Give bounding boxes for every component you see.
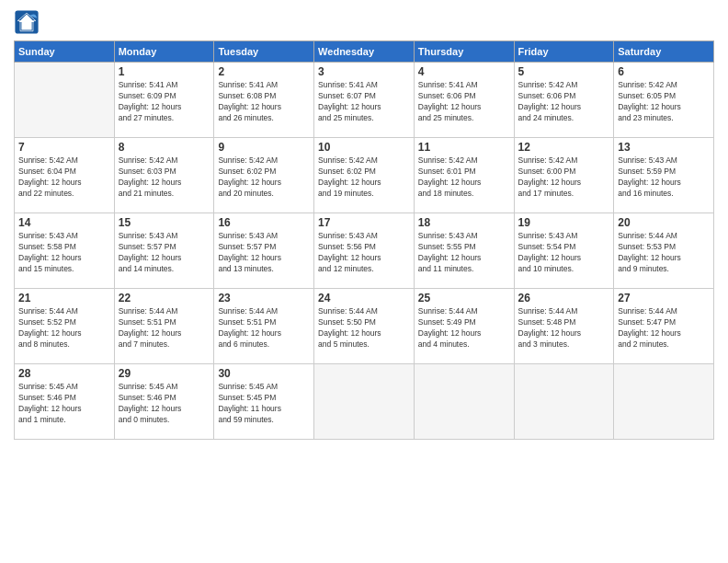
calendar-cell: 6Sunrise: 5:42 AM Sunset: 6:05 PM Daylig… xyxy=(614,63,714,138)
day-number: 30 xyxy=(218,367,310,380)
calendar-cell: 28Sunrise: 5:45 AM Sunset: 5:46 PM Dayli… xyxy=(15,364,115,440)
calendar-cell: 11Sunrise: 5:42 AM Sunset: 6:01 PM Dayli… xyxy=(414,138,514,213)
day-info: Sunrise: 5:44 AM Sunset: 5:51 PM Dayligh… xyxy=(218,306,310,350)
calendar-cell: 5Sunrise: 5:42 AM Sunset: 6:06 PM Daylig… xyxy=(514,63,614,138)
day-info: Sunrise: 5:43 AM Sunset: 5:54 PM Dayligh… xyxy=(518,231,610,275)
calendar-header-tuesday: Tuesday xyxy=(214,41,314,63)
calendar-cell: 1Sunrise: 5:41 AM Sunset: 6:09 PM Daylig… xyxy=(114,63,214,138)
day-info: Sunrise: 5:42 AM Sunset: 6:01 PM Dayligh… xyxy=(418,155,510,200)
calendar-cell: 14Sunrise: 5:43 AM Sunset: 5:58 PM Dayli… xyxy=(15,213,115,289)
calendar-cell: 18Sunrise: 5:43 AM Sunset: 5:55 PM Dayli… xyxy=(414,213,514,289)
day-info: Sunrise: 5:45 AM Sunset: 5:46 PM Dayligh… xyxy=(119,382,210,426)
calendar-cell: 17Sunrise: 5:43 AM Sunset: 5:56 PM Dayli… xyxy=(314,213,415,289)
calendar-cell: 9Sunrise: 5:42 AM Sunset: 6:02 PM Daylig… xyxy=(214,138,314,213)
calendar-header-thursday: Thursday xyxy=(414,41,514,63)
calendar-cell xyxy=(314,364,415,440)
day-info: Sunrise: 5:44 AM Sunset: 5:51 PM Dayligh… xyxy=(119,306,210,350)
day-number: 9 xyxy=(218,141,310,154)
day-number: 28 xyxy=(18,367,110,380)
calendar-cell: 8Sunrise: 5:42 AM Sunset: 6:03 PM Daylig… xyxy=(114,138,214,213)
day-info: Sunrise: 5:44 AM Sunset: 5:52 PM Dayligh… xyxy=(18,306,110,350)
day-number: 14 xyxy=(18,216,110,229)
calendar-header-saturday: Saturday xyxy=(614,41,714,63)
day-number: 10 xyxy=(318,141,410,154)
calendar-cell: 3Sunrise: 5:41 AM Sunset: 6:07 PM Daylig… xyxy=(314,63,415,138)
calendar-cell: 29Sunrise: 5:45 AM Sunset: 5:46 PM Dayli… xyxy=(114,364,214,440)
day-info: Sunrise: 5:44 AM Sunset: 5:49 PM Dayligh… xyxy=(418,306,510,350)
day-info: Sunrise: 5:42 AM Sunset: 6:03 PM Dayligh… xyxy=(119,155,210,200)
calendar-cell: 15Sunrise: 5:43 AM Sunset: 5:57 PM Dayli… xyxy=(114,213,214,289)
day-number: 23 xyxy=(218,292,310,304)
day-info: Sunrise: 5:43 AM Sunset: 5:58 PM Dayligh… xyxy=(18,231,110,275)
calendar-cell: 13Sunrise: 5:43 AM Sunset: 5:59 PM Dayli… xyxy=(614,138,714,213)
day-info: Sunrise: 5:41 AM Sunset: 6:08 PM Dayligh… xyxy=(218,80,310,124)
page: SundayMondayTuesdayWednesdayThursdayFrid… xyxy=(0,0,728,563)
calendar-week-row-3: 14Sunrise: 5:43 AM Sunset: 5:58 PM Dayli… xyxy=(15,213,714,289)
day-number: 5 xyxy=(518,65,610,78)
day-info: Sunrise: 5:41 AM Sunset: 6:09 PM Dayligh… xyxy=(119,80,210,124)
day-number: 27 xyxy=(618,292,710,304)
day-number: 21 xyxy=(18,292,110,304)
day-info: Sunrise: 5:42 AM Sunset: 6:06 PM Dayligh… xyxy=(518,80,610,124)
day-info: Sunrise: 5:43 AM Sunset: 5:57 PM Dayligh… xyxy=(218,231,310,275)
calendar-cell xyxy=(414,364,514,440)
day-info: Sunrise: 5:42 AM Sunset: 6:00 PM Dayligh… xyxy=(518,155,610,200)
day-number: 20 xyxy=(618,216,710,229)
calendar-week-row-1: 1Sunrise: 5:41 AM Sunset: 6:09 PM Daylig… xyxy=(15,63,714,138)
calendar-week-row-5: 28Sunrise: 5:45 AM Sunset: 5:46 PM Dayli… xyxy=(15,364,714,440)
day-info: Sunrise: 5:43 AM Sunset: 5:55 PM Dayligh… xyxy=(418,231,510,275)
day-number: 29 xyxy=(119,367,210,380)
day-info: Sunrise: 5:42 AM Sunset: 6:02 PM Dayligh… xyxy=(318,155,410,200)
calendar-header-friday: Friday xyxy=(514,41,614,63)
day-info: Sunrise: 5:42 AM Sunset: 6:05 PM Dayligh… xyxy=(618,80,710,124)
calendar-cell xyxy=(514,364,614,440)
day-info: Sunrise: 5:44 AM Sunset: 5:48 PM Dayligh… xyxy=(518,306,610,350)
day-number: 16 xyxy=(218,216,310,229)
day-number: 4 xyxy=(418,65,510,78)
day-info: Sunrise: 5:44 AM Sunset: 5:50 PM Dayligh… xyxy=(318,306,410,350)
calendar-cell: 23Sunrise: 5:44 AM Sunset: 5:51 PM Dayli… xyxy=(214,289,314,364)
day-info: Sunrise: 5:44 AM Sunset: 5:53 PM Dayligh… xyxy=(618,231,710,275)
calendar-header-monday: Monday xyxy=(114,41,214,63)
calendar-cell: 12Sunrise: 5:42 AM Sunset: 6:00 PM Dayli… xyxy=(514,138,614,213)
day-number: 12 xyxy=(518,141,610,154)
day-info: Sunrise: 5:43 AM Sunset: 5:56 PM Dayligh… xyxy=(318,231,410,275)
day-number: 8 xyxy=(119,141,210,154)
day-info: Sunrise: 5:43 AM Sunset: 5:57 PM Dayligh… xyxy=(119,231,210,275)
day-number: 6 xyxy=(618,65,710,78)
calendar-cell: 7Sunrise: 5:42 AM Sunset: 6:04 PM Daylig… xyxy=(15,138,115,213)
day-number: 25 xyxy=(418,292,510,304)
day-info: Sunrise: 5:41 AM Sunset: 6:07 PM Dayligh… xyxy=(318,80,410,124)
calendar-cell: 2Sunrise: 5:41 AM Sunset: 6:08 PM Daylig… xyxy=(214,63,314,138)
day-info: Sunrise: 5:45 AM Sunset: 5:45 PM Dayligh… xyxy=(218,382,310,426)
day-number: 11 xyxy=(418,141,510,154)
calendar: SundayMondayTuesdayWednesdayThursdayFrid… xyxy=(14,40,714,440)
calendar-cell: 19Sunrise: 5:43 AM Sunset: 5:54 PM Dayli… xyxy=(514,213,614,289)
calendar-cell: 20Sunrise: 5:44 AM Sunset: 5:53 PM Dayli… xyxy=(614,213,714,289)
day-number: 2 xyxy=(218,65,310,78)
day-info: Sunrise: 5:45 AM Sunset: 5:46 PM Dayligh… xyxy=(18,382,110,426)
day-number: 1 xyxy=(119,65,210,78)
header xyxy=(14,9,714,35)
calendar-cell: 24Sunrise: 5:44 AM Sunset: 5:50 PM Dayli… xyxy=(314,289,415,364)
day-info: Sunrise: 5:42 AM Sunset: 6:02 PM Dayligh… xyxy=(218,155,310,200)
logo-icon xyxy=(14,9,40,35)
day-info: Sunrise: 5:44 AM Sunset: 5:47 PM Dayligh… xyxy=(618,306,710,350)
day-number: 22 xyxy=(119,292,210,304)
calendar-cell: 4Sunrise: 5:41 AM Sunset: 6:06 PM Daylig… xyxy=(414,63,514,138)
calendar-cell: 30Sunrise: 5:45 AM Sunset: 5:45 PM Dayli… xyxy=(214,364,314,440)
calendar-cell: 25Sunrise: 5:44 AM Sunset: 5:49 PM Dayli… xyxy=(414,289,514,364)
calendar-cell: 21Sunrise: 5:44 AM Sunset: 5:52 PM Dayli… xyxy=(15,289,115,364)
day-number: 18 xyxy=(418,216,510,229)
calendar-cell: 26Sunrise: 5:44 AM Sunset: 5:48 PM Dayli… xyxy=(514,289,614,364)
calendar-week-row-2: 7Sunrise: 5:42 AM Sunset: 6:04 PM Daylig… xyxy=(15,138,714,213)
calendar-cell: 10Sunrise: 5:42 AM Sunset: 6:02 PM Dayli… xyxy=(314,138,415,213)
day-info: Sunrise: 5:43 AM Sunset: 5:59 PM Dayligh… xyxy=(618,155,710,200)
day-info: Sunrise: 5:41 AM Sunset: 6:06 PM Dayligh… xyxy=(418,80,510,124)
calendar-header-wednesday: Wednesday xyxy=(314,41,415,63)
logo xyxy=(14,9,41,35)
calendar-week-row-4: 21Sunrise: 5:44 AM Sunset: 5:52 PM Dayli… xyxy=(15,289,714,364)
day-number: 7 xyxy=(18,141,110,154)
day-info: Sunrise: 5:42 AM Sunset: 6:04 PM Dayligh… xyxy=(18,155,110,200)
day-number: 13 xyxy=(618,141,710,154)
